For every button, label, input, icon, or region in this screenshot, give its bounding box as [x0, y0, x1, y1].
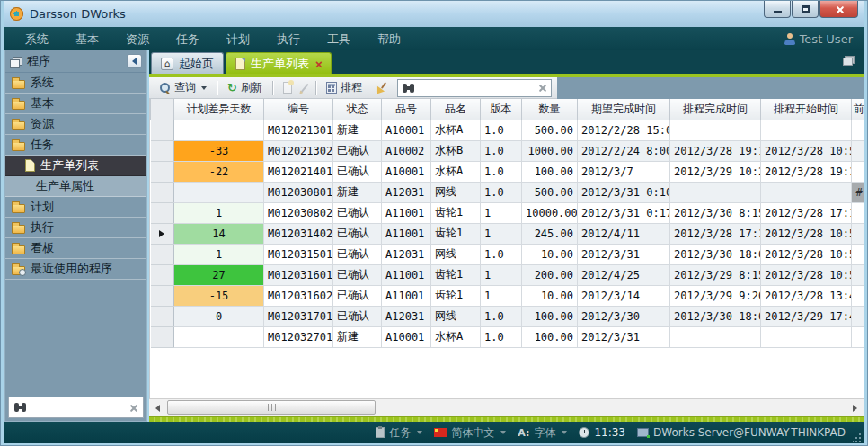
cell-code[interactable]: M012030802: [264, 202, 333, 223]
cell-item_name[interactable]: 水杯A: [431, 161, 481, 182]
sidebar-item-0[interactable]: 系统: [5, 73, 146, 94]
sidebar-collapse-button[interactable]: [127, 54, 142, 68]
edit-button[interactable]: [299, 78, 310, 97]
cell-extra[interactable]: [852, 202, 864, 223]
cell-sched_end[interactable]: [670, 120, 761, 140]
cell-extra[interactable]: [852, 161, 864, 182]
refresh-button[interactable]: ↻ 刷新: [223, 78, 267, 97]
cell-status[interactable]: 已确认: [333, 140, 382, 161]
cell-expect[interactable]: 2012/3/30: [578, 306, 670, 326]
table-row[interactable]: 14M012031402已确认A11001齿轮11245.002012/4/11…: [151, 223, 864, 244]
cell-version[interactable]: 1.0: [481, 182, 522, 202]
cell-qty[interactable]: 10000.00: [522, 202, 578, 223]
menu-item-1[interactable]: 基本: [62, 32, 112, 46]
cell-expect[interactable]: 2012/3/14: [578, 285, 670, 306]
cell-qty[interactable]: 200.00: [522, 264, 578, 285]
cell-code[interactable]: M012021401: [264, 161, 333, 182]
cell-qty[interactable]: 500.00: [522, 120, 578, 140]
cell-expect[interactable]: 2012/3/7: [578, 161, 670, 182]
cell-sched_start[interactable]: 2012/3/29 17:46: [761, 306, 852, 326]
resize-grip[interactable]: [853, 433, 861, 442]
cell-expect[interactable]: 2012/2/28 15:00: [578, 120, 670, 140]
cell-expect[interactable]: 2012/4/11: [578, 223, 670, 244]
cell-item_name[interactable]: 网线: [431, 306, 481, 326]
cell-item_no[interactable]: A10001: [382, 161, 431, 182]
sidebar-item-3[interactable]: 任务: [5, 135, 146, 156]
cell-version[interactable]: 1: [481, 285, 522, 306]
cell-item_no[interactable]: A12031: [382, 182, 431, 202]
cell-expect[interactable]: 2012/3/31 0:17: [578, 202, 670, 223]
cell-version[interactable]: 1.0: [481, 306, 522, 326]
cell-extra[interactable]: [852, 285, 864, 306]
cell-item_no[interactable]: A12031: [382, 244, 431, 264]
cell-sched_start[interactable]: [761, 120, 852, 140]
close-button[interactable]: [819, 1, 858, 18]
new-button[interactable]: [279, 78, 297, 97]
sidebar-item-9[interactable]: 最近使用的程序: [5, 259, 146, 280]
cell-sched_start[interactable]: [761, 326, 852, 347]
cell-extra[interactable]: [852, 120, 864, 140]
cell-item_no[interactable]: A10001: [382, 120, 431, 140]
row-header[interactable]: [151, 306, 174, 326]
column-header-2[interactable]: 状态: [333, 99, 382, 120]
sidebar-item-5[interactable]: 生产单属性: [5, 176, 146, 197]
minimize-button[interactable]: [764, 1, 791, 18]
cell-status[interactable]: 已确认: [333, 202, 382, 223]
cell-status[interactable]: 已确认: [333, 223, 382, 244]
cell-item_name[interactable]: 齿轮1: [431, 202, 481, 223]
cell-item_no[interactable]: A11001: [382, 264, 431, 285]
sidebar-item-1[interactable]: 基本: [5, 94, 146, 114]
menu-item-5[interactable]: 执行: [263, 32, 314, 46]
cell-code[interactable]: M012032701: [264, 326, 333, 347]
column-header-7[interactable]: 期望完成时间: [578, 99, 670, 120]
cell-item_no[interactable]: A11001: [382, 285, 431, 306]
cell-sched_start[interactable]: 2012/3/28 17:13: [761, 202, 852, 223]
row-header[interactable]: [151, 264, 174, 285]
column-header-3[interactable]: 品号: [382, 99, 431, 120]
cell-code[interactable]: M012031602: [264, 285, 333, 306]
cell-sched_start[interactable]: 2012/3/28 10:52: [761, 140, 852, 161]
table-row[interactable]: M012030801新建A12031网线1.0500.002012/3/31 0…: [151, 182, 864, 202]
cell-version[interactable]: 1.0: [481, 140, 522, 161]
cell-code[interactable]: M012030801: [264, 182, 333, 202]
cell-item_name[interactable]: 水杯A: [431, 326, 481, 347]
cell-sched_end[interactable]: 2012/3/28 17:13: [670, 223, 761, 244]
cell-status[interactable]: 新建: [333, 120, 382, 140]
column-header-4[interactable]: 品名: [431, 99, 481, 120]
cell-status[interactable]: 已确认: [333, 285, 382, 306]
query-button[interactable]: 查询: [155, 78, 211, 97]
sidebar-search-clear-icon[interactable]: [129, 404, 137, 412]
cell-diff[interactable]: 27: [174, 264, 264, 285]
cell-version[interactable]: 1.0: [481, 120, 522, 140]
menu-item-2[interactable]: 资源: [112, 32, 163, 46]
row-header[interactable]: [151, 244, 174, 264]
cell-qty[interactable]: 10.00: [522, 244, 578, 264]
column-header-0[interactable]: 计划差异天数: [174, 99, 264, 120]
cell-status[interactable]: 已确认: [333, 161, 382, 182]
cell-sched_start[interactable]: 2012/3/28 10:52: [761, 244, 852, 264]
menu-item-6[interactable]: 工具: [314, 32, 364, 46]
sidebar-search-input[interactable]: [32, 401, 124, 414]
cell-qty[interactable]: 245.00: [522, 223, 578, 244]
row-header[interactable]: [151, 202, 174, 223]
cell-expect[interactable]: 2012/4/25: [578, 264, 670, 285]
cell-item_no[interactable]: A11001: [382, 223, 431, 244]
cell-item_name[interactable]: 齿轮1: [431, 285, 481, 306]
clean-button[interactable]: [369, 78, 391, 97]
cell-sched_end[interactable]: [670, 182, 761, 202]
table-row[interactable]: M012021301新建A10001水杯A1.0500.002012/2/28 …: [151, 120, 864, 140]
cell-sched_end[interactable]: 2012/3/30 18:00: [670, 244, 761, 264]
cell-code[interactable]: M012031402: [264, 223, 333, 244]
toolbar-search-clear-icon[interactable]: [538, 84, 546, 92]
cell-extra[interactable]: [852, 140, 864, 161]
cell-extra[interactable]: [852, 326, 864, 347]
cell-code[interactable]: M012021302: [264, 140, 333, 161]
cell-status[interactable]: 新建: [333, 182, 382, 202]
menu-item-7[interactable]: 帮助: [364, 32, 414, 46]
scrollbar-thumb[interactable]: [167, 400, 376, 415]
table-row[interactable]: 1M012030802已确认A11001齿轮1110000.002012/3/3…: [151, 202, 864, 223]
task-menu[interactable]: 任务: [376, 425, 422, 441]
cell-diff[interactable]: 1: [174, 202, 264, 223]
cell-diff[interactable]: -22: [174, 161, 264, 182]
row-header[interactable]: [151, 140, 174, 161]
